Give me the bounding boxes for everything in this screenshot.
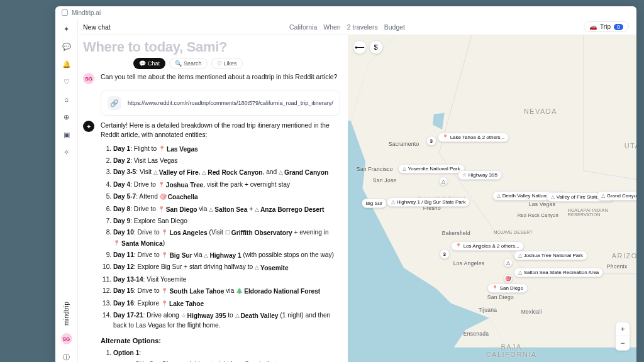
- itinerary-day-4: Day 4: Drive to Joshua Tree, visit the p…: [113, 180, 340, 190]
- poi-sd[interactable]: 📍San Diego: [487, 283, 528, 293]
- trip-count: 0: [614, 24, 623, 30]
- ai-message-body: Certainly! Here is a detailed breakdown …: [101, 121, 340, 362]
- tab-title: Mindtrip.ai: [72, 9, 101, 16]
- park-icon: △: [497, 193, 501, 199]
- filter-when[interactable]: When: [323, 23, 340, 31]
- poi-la[interactable]: 📍Los Angeles & 2 others...: [451, 241, 524, 251]
- map-back-button[interactable]: ⟵: [353, 40, 367, 54]
- mode-likes[interactable]: ♡Likes: [211, 58, 243, 69]
- ai-avatar: ✦: [83, 121, 94, 132]
- chat-panel: Where to today, Sami? 💬Chat 🔍Search ♡Lik…: [55, 35, 348, 362]
- alt-list: Option 1: ◦ Skip San Diego and drive str…: [101, 348, 340, 362]
- pin-icon: 📍: [492, 285, 498, 291]
- itinerary-day-5: Day 5-7: Attend Coachella: [113, 192, 340, 202]
- filter-travelers[interactable]: 2 travelers: [347, 23, 378, 31]
- main-content: Where to today, Sami? 💬Chat 🔍Search ♡Lik…: [55, 35, 636, 362]
- itinerary-day-13: Day 16: Explore Lake Tahoe: [113, 299, 340, 309]
- chat-bubble-icon: 💬: [139, 60, 146, 67]
- top-toolbar: New chat California When 2 travelers Bud…: [55, 19, 636, 35]
- poi-marker-icon1[interactable]: △: [439, 177, 448, 185]
- poi-bigsur[interactable]: Big Sur: [362, 199, 387, 208]
- search-icon: 🔍: [175, 60, 182, 67]
- poi-jtnp[interactable]: △Joshua Tree National Park: [514, 251, 587, 260]
- user-message-row: SG Can you tell me about the items menti…: [83, 73, 340, 84]
- link-attachment[interactable]: 🔗 https://www.reddit.com/r/roadtrip/comm…: [101, 90, 340, 116]
- poi-yosemite[interactable]: △Yosemite National Park: [398, 164, 465, 173]
- opt1-detail: ◦ Skip San Diego and drive straight from…: [113, 359, 340, 362]
- mode-bar: 💬Chat 🔍Search ♡Likes: [133, 58, 340, 69]
- browser-tab: Mindtrip.ai: [55, 6, 636, 19]
- sparkle-icon[interactable]: ✦: [62, 24, 72, 34]
- itinerary-day-7: Day 9: Explore San Diego: [113, 216, 340, 226]
- itinerary-day-8: Day 10: Drive to Los Angeles (Visit Grif…: [113, 228, 340, 248]
- poi-ssra[interactable]: △Salton Sea State Recreation Area: [514, 268, 604, 277]
- tree-icon: △: [402, 166, 406, 172]
- user-message: Can you tell me about the items mentione…: [101, 73, 337, 80]
- user-avatar: SG: [83, 73, 94, 84]
- hero-greeting: Where to today, Sami?: [83, 39, 340, 55]
- filter-budget[interactable]: Budget: [384, 23, 405, 31]
- mode-chat[interactable]: 💬Chat: [133, 58, 165, 69]
- alt-option: Option 1: ◦ Skip San Diego and drive str…: [113, 348, 340, 362]
- itinerary-list: Day 1: Flight to Las VegasDay 2: Visit L…: [101, 144, 340, 331]
- tree-icon: △: [518, 253, 522, 258]
- poi-laketahoe[interactable]: 📍Lake Tahoe & 2 others...: [438, 133, 509, 142]
- itinerary-day-14: Day 17-21: Drive along Highway 395 to De…: [113, 310, 340, 331]
- poi-gcnp[interactable]: △Grand Canyon National Park: [597, 191, 636, 200]
- new-chat-button[interactable]: New chat: [83, 23, 111, 31]
- filter-pills: California When 2 travelers Budget: [289, 23, 405, 31]
- zoom-controls: + −: [615, 322, 630, 351]
- itinerary-day-1: Day 1: Flight to Las Vegas: [113, 144, 340, 154]
- pin-icon: 📍: [455, 243, 462, 249]
- zoom-in-button[interactable]: +: [616, 322, 630, 336]
- pin-icon: 📍: [442, 134, 448, 140]
- itinerary-day-11: Day 13-14: Visit Yosemite: [113, 275, 340, 284]
- filter-destination[interactable]: California: [289, 23, 317, 31]
- itinerary-day-3: Day 3-5: Visit Valley of Fire, Red Rock …: [113, 167, 340, 177]
- map-svg: [348, 35, 636, 348]
- poi-marker-3a[interactable]: 3: [426, 136, 436, 146]
- poi-marker-icon3[interactable]: 🎯: [504, 274, 513, 283]
- map-price-button[interactable]: $: [369, 40, 383, 54]
- tab-favicon: [62, 9, 68, 16]
- itinerary-day-12: Day 15: Drive to South Lake Tahoe via El…: [113, 286, 340, 296]
- map-top-left-controls: ⟵ $: [353, 40, 383, 54]
- poi-marker-3b[interactable]: 3: [440, 249, 450, 259]
- trip-label: Trip: [600, 23, 611, 30]
- link-url: https://www.reddit.com/r/roadtrip/commen…: [128, 100, 333, 106]
- ai-intro-text: Certainly! Here is a detailed breakdown …: [101, 121, 340, 140]
- zoom-out-button[interactable]: −: [616, 336, 630, 350]
- app-window: Mindtrip.ai ✦ 💬 🔔 ♡ ⌂ ⊕ ▣ ✧ mindtrip SG …: [55, 6, 636, 362]
- poi-hwy1[interactable]: △Highway 1 / Big Sur State Park: [387, 197, 470, 207]
- map-panel[interactable]: ⟵ $ NEVADA UTAH ARIZONA CALIFORNIA BAJA …: [348, 35, 636, 362]
- canyon-icon: △: [601, 193, 605, 199]
- itinerary-day-10: Day 12: Explore Big Sur + start driving …: [113, 262, 340, 272]
- link-icon: 🔗: [108, 96, 121, 110]
- itinerary-day-9: Day 11: Drive to Big Sur via Highway 1 (…: [113, 250, 340, 260]
- mode-search[interactable]: 🔍Search: [169, 58, 208, 69]
- heart-icon: ♡: [217, 60, 222, 67]
- ai-message-row: ✦ Certainly! Here is a detailed breakdow…: [83, 121, 340, 362]
- water-icon: △: [518, 270, 522, 275]
- alt-heading: Alternate Options:: [101, 336, 340, 346]
- itinerary-day-2: Day 2: Visit Las Vegas: [113, 156, 340, 165]
- itinerary-day-6: Day 8: Drive to San Diego via Salton Sea…: [113, 204, 340, 214]
- star-icon: ☆: [462, 172, 467, 178]
- car-icon: 🚗: [589, 23, 597, 30]
- fire-icon: △: [551, 194, 555, 200]
- trip-button[interactable]: 🚗 Trip 0: [584, 21, 629, 32]
- poi-hwy395[interactable]: ☆Highway 395: [458, 170, 502, 180]
- poi-marker-icon2[interactable]: △: [504, 258, 513, 267]
- route-icon: △: [391, 199, 395, 205]
- opt1-label: Option 1: [113, 349, 139, 356]
